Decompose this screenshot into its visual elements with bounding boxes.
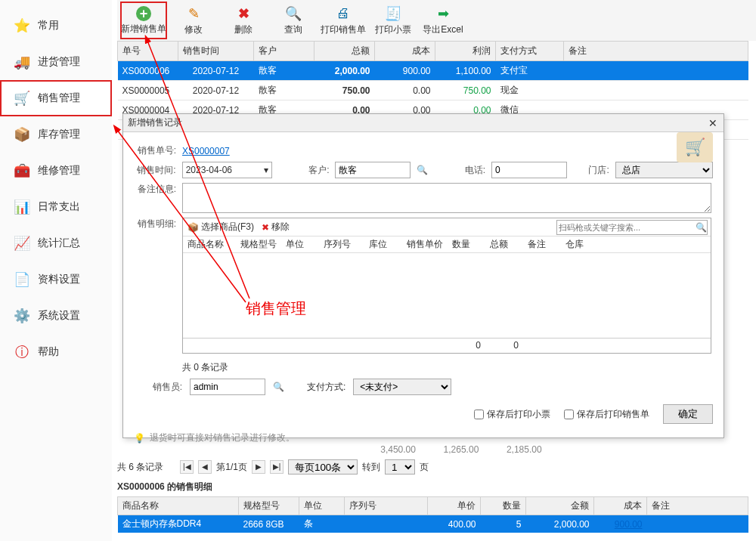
store-select[interactable]: 总店 (615, 162, 713, 178)
next-page-button[interactable]: ▶ (252, 460, 265, 474)
dialog-titlebar[interactable]: 新增销售记录 ✕ (123, 114, 723, 132)
prev-page-button[interactable]: ◀ (198, 460, 212, 474)
wrench-icon: 🧰 (14, 162, 30, 179)
detail-grid: 📦选择商品(F3) ✖移除 🔍 商品名称 规格型号 单位 序列号 库位 销售单价… (182, 218, 711, 354)
lookup-icon[interactable]: 🔍 (417, 165, 428, 175)
time-label: 销售时间: (134, 164, 176, 177)
toolbar-export[interactable]: ➡导出Excel (420, 2, 466, 39)
truck-icon: 🚚 (14, 54, 30, 70)
select-product-button[interactable]: 📦选择商品(F3) (187, 221, 254, 233)
tel-input[interactable] (491, 162, 567, 178)
page-size-select[interactable]: 每页100条 (288, 459, 358, 475)
sidebar-item-sales[interactable]: 🛒销售管理 (0, 80, 112, 116)
partial-totals: 3,450.00 1,265.00 2,185.00 (117, 443, 748, 456)
pager: 共 6 条记录 |◀ ◀ 第1/1页 ▶ ▶| 每页100条 转到 1 页 (117, 456, 748, 478)
sidebar-item-expense[interactable]: 📊日常支出 (0, 189, 112, 225)
paytype-label: 支付方式: (307, 381, 345, 394)
toolbar-delete[interactable]: ✖删除 (220, 2, 267, 39)
toolbar-add[interactable]: +新增销售单 (120, 2, 167, 39)
footer-area: 3,450.00 1,265.00 2,185.00 共 6 条记录 |◀ ◀ … (117, 443, 748, 541)
detail-title: XS0000006 的销售明细 (117, 478, 748, 496)
calendar-icon: ▾ (264, 165, 268, 175)
ok-button[interactable]: 确定 (663, 404, 713, 424)
add-sale-dialog: 新增销售记录 ✕ 🛒 销售单号: XS0000007 销售时间: 2023-04… (122, 113, 724, 438)
salesperson-label: 销售员: (140, 381, 182, 394)
memo-input[interactable] (182, 183, 711, 213)
edit-icon: ✎ (185, 5, 202, 22)
detail-header-row: 商品名称 规格型号 单位 序列号 库位 销售单价 数量 总额 备注 仓库 (183, 236, 711, 253)
receipt-icon: 🧾 (385, 5, 401, 22)
product-icon: 📦 (187, 222, 199, 233)
first-page-button[interactable]: |◀ (180, 460, 194, 474)
add-icon: + (136, 6, 151, 21)
sidebar-item-stats[interactable]: 📈统计汇总 (0, 225, 112, 261)
table-header-row: 单号 销售时间 客户 总额 成本 利润 支付方式 备注 (118, 42, 748, 61)
toolbar-print-order[interactable]: 🖨打印销售单 (320, 2, 367, 39)
sidebar-item-purchase[interactable]: 🚚进货管理 (0, 44, 112, 80)
pager-total: 共 6 条记录 (117, 461, 163, 474)
delete-icon: ✖ (235, 5, 252, 22)
doc-icon: 📄 (14, 271, 30, 288)
bulb-icon: 💡 (134, 433, 145, 444)
sidebar-item-inventory[interactable]: 📦库存管理 (0, 116, 112, 153)
table-row[interactable]: XS00000062020-07-12散客2,000.00900.001,100… (118, 61, 748, 81)
detail-label: 销售明细: (134, 218, 176, 230)
gear-icon: ⚙️ (14, 308, 30, 324)
box-icon: 📦 (14, 126, 30, 143)
records-count: 共 0 条记录 (182, 358, 713, 374)
page-indicator: 第1/1页 (216, 461, 247, 474)
sidebar: ⭐常用 🚚进货管理 🛒销售管理 📦库存管理 🧰维修管理 📊日常支出 📈统计汇总 … (0, 0, 112, 541)
export-icon: ➡ (435, 5, 451, 22)
remove-button[interactable]: ✖移除 (262, 221, 290, 233)
goto-page-select[interactable]: 1 (385, 459, 415, 475)
sidebar-item-system[interactable]: ⚙️系统设置 (0, 298, 112, 334)
toolbar-print-receipt[interactable]: 🧾打印小票 (370, 2, 417, 39)
scan-input[interactable]: 🔍 (556, 220, 708, 235)
star-icon: ⭐ (14, 17, 30, 34)
print-receipt-checkbox[interactable]: 保存后打印小票 (474, 408, 550, 421)
print-icon: 🖨 (335, 5, 352, 22)
sidebar-item-data[interactable]: 📄资料设置 (0, 261, 112, 298)
toolbar-edit[interactable]: ✎修改 (170, 2, 217, 39)
order-no-label: 销售单号: (134, 144, 176, 157)
cust-label: 客户: (299, 164, 330, 177)
sidebar-item-common[interactable]: ⭐常用 (0, 8, 112, 44)
close-icon[interactable]: ✕ (707, 117, 719, 129)
paytype-select[interactable]: <未支付> (353, 379, 451, 395)
table-row[interactable]: XS00000052020-07-12散客750.000.00750.00现金 (118, 81, 748, 100)
help-icon: ⓘ (14, 344, 30, 360)
remove-icon: ✖ (262, 222, 269, 233)
sidebar-item-help[interactable]: ⓘ帮助 (0, 334, 112, 370)
store-label: 门店: (579, 164, 609, 177)
detail-table: 商品名称 规格型号 单位 序列号 单价 数量 金额 成本 备注 金士顿内存条DD… (117, 496, 748, 533)
toolbar: +新增销售单 ✎修改 ✖删除 🔍查询 🖨打印销售单 🧾打印小票 ➡导出Excel (117, 0, 756, 41)
sidebar-item-repair[interactable]: 🧰维修管理 (0, 153, 112, 189)
search-icon: 🔍 (285, 5, 302, 22)
cart-icon: 🛒 (14, 90, 30, 107)
tip-text: 💡退货时可直接对销售记录进行修改。 (134, 428, 713, 444)
last-page-button[interactable]: ▶| (270, 460, 284, 474)
print-order-checkbox[interactable]: 保存后打印销售单 (564, 408, 649, 421)
lookup-icon[interactable]: 🔍 (273, 382, 284, 392)
cart-illustration-icon: 🛒 (677, 132, 713, 162)
customer-input[interactable] (335, 162, 411, 178)
tel-label: 电话: (455, 164, 485, 177)
pie-icon: 📈 (14, 235, 30, 252)
salesperson-input[interactable] (190, 379, 265, 395)
detail-row[interactable]: 金士顿内存条DDR4 2666 8GB 条 400.00 5 2,000.00 … (118, 515, 748, 533)
dialog-title: 新增销售记录 (128, 116, 182, 129)
chart-icon: 📊 (14, 199, 30, 215)
search-icon[interactable]: 🔍 (696, 222, 707, 233)
memo-label: 备注信息: (134, 183, 176, 196)
date-input[interactable]: 2023-04-06▾ (182, 162, 272, 178)
detail-footer: 0 0 (183, 338, 711, 353)
toolbar-search[interactable]: 🔍查询 (270, 2, 317, 39)
order-no-value: XS0000007 (182, 146, 230, 156)
